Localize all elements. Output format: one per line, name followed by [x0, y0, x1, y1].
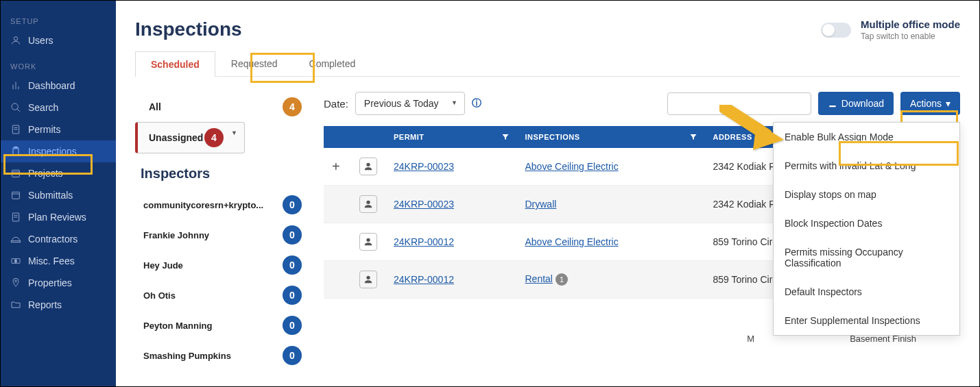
folder-icon — [10, 299, 21, 310]
svg-point-27 — [366, 276, 370, 279]
inspector-avatar[interactable] — [359, 233, 377, 251]
hardhat-icon — [10, 234, 21, 245]
sidebar-item-label: Submittals — [28, 190, 73, 201]
sidebar-item-plan-reviews[interactable]: Plan Reviews — [1, 206, 116, 228]
filter-icon[interactable] — [501, 133, 510, 142]
actions-button[interactable]: Actions ▾ — [900, 92, 960, 115]
actions-menu-item[interactable]: Permits with invalid Lat & Long — [774, 151, 959, 180]
inspection-link[interactable]: Above Ceiling Electric — [525, 161, 618, 172]
inspector-name: Oh Otis — [143, 290, 283, 301]
sidebar-item-search[interactable]: Search — [1, 97, 116, 118]
inspector-name: Peyton Manning — [143, 321, 283, 331]
svg-point-4 — [12, 103, 18, 110]
sidebar-item-label: Plan Reviews — [28, 212, 86, 223]
filter-icon[interactable] — [689, 133, 697, 142]
filter-all[interactable]: All 4 — [135, 92, 310, 122]
filter-pane: All 4 Unassigned 4 Inspectors communityc… — [135, 92, 310, 371]
chart-icon — [10, 80, 21, 91]
filter-unassigned-label: Unassigned — [149, 132, 204, 143]
inspector-row[interactable]: Peyton Manning0 — [135, 310, 310, 340]
sidebar-item-reports[interactable]: Reports — [1, 294, 116, 316]
doc-icon — [10, 212, 21, 223]
sidebar-item-properties[interactable]: Properties — [1, 272, 116, 294]
sidebar-item-users[interactable]: Users — [1, 29, 116, 51]
col-permit[interactable]: PERMIT — [385, 126, 516, 148]
tabs: ScheduledRequestedCompleted — [135, 51, 960, 77]
inspector-row[interactable]: Hey Jude0 — [135, 250, 310, 280]
svg-point-26 — [366, 238, 370, 242]
sidebar-item-inspections[interactable]: Inspections — [1, 140, 116, 162]
sidebar-item-projects[interactable]: Projects — [1, 162, 116, 184]
actions-menu-item[interactable]: Enter Supplemental Inspections — [774, 306, 959, 335]
permit-link[interactable]: 24KRP-00023 — [394, 199, 454, 210]
actions-menu-item[interactable]: Block Inspection Dates — [774, 209, 959, 238]
mom-toggle[interactable] — [821, 23, 851, 38]
inspector-avatar[interactable] — [359, 271, 377, 288]
sidebar-item-label: Contractors — [28, 234, 77, 245]
svg-rect-13 — [12, 192, 20, 199]
clipboard-icon — [10, 146, 21, 157]
permit-link[interactable]: 24KRP-00012 — [394, 236, 454, 247]
filter-unassigned[interactable]: Unassigned 4 — [135, 122, 245, 153]
results-pane: Date: Previous & Today ⓘ Download — [324, 92, 960, 371]
inspector-count: 0 — [283, 225, 302, 245]
date-label: Date: — [324, 98, 348, 110]
inspector-count: 0 — [283, 195, 302, 214]
sidebar-item-label: Users — [28, 35, 53, 46]
sidebar-item-submittals[interactable]: Submittals — [1, 184, 116, 206]
inspector-name: Frankie Johnny — [143, 230, 283, 240]
actions-menu-item[interactable]: Display stops on map — [774, 180, 959, 209]
actions-menu-item[interactable]: Default Inspectors — [774, 277, 959, 306]
col-inspections[interactable]: INSPECTIONS — [516, 126, 704, 148]
sidebar-item-label: Search — [28, 102, 58, 113]
filter-unassigned-count: 4 — [204, 128, 224, 147]
inspector-row[interactable]: Frankie Johnny0 — [135, 220, 310, 250]
sidebar-item-permits[interactable]: Permits — [1, 118, 116, 140]
download-button[interactable]: Download — [818, 92, 894, 115]
tab-requested[interactable]: Requested — [215, 51, 294, 76]
inspection-link[interactable]: Above Ceiling Electric — [525, 236, 618, 247]
sidebar-item-misc-fees[interactable]: $Misc. Fees — [1, 250, 116, 272]
inspector-avatar[interactable] — [359, 195, 377, 213]
page-title: Inspections — [135, 18, 242, 40]
sidebar-section-work: WORK — [1, 58, 116, 75]
count-badge: 1 — [555, 273, 568, 286]
tab-scheduled[interactable]: Scheduled — [135, 51, 215, 77]
tab-completed[interactable]: Completed — [294, 51, 372, 76]
doc-icon — [10, 124, 21, 135]
sidebar-item-label: Permits — [28, 124, 60, 135]
sidebar-item-contractors[interactable]: Contractors — [1, 228, 116, 250]
inspector-count: 0 — [283, 316, 302, 335]
inspector-name: Hey Jude — [143, 260, 283, 271]
inspectors-heading: Inspectors — [141, 166, 310, 182]
inspector-avatar[interactable] — [359, 158, 377, 175]
inspection-link[interactable]: Drywall — [525, 199, 556, 210]
sidebar-item-label: Properties — [28, 277, 72, 288]
inspector-name: communitycoresrn+krypto... — [143, 200, 283, 210]
inspector-count: 0 — [283, 286, 302, 305]
search-input[interactable] — [667, 92, 811, 115]
svg-line-5 — [17, 109, 20, 112]
expand-icon[interactable]: + — [332, 159, 340, 174]
mom-subtitle: Tap switch to enable — [861, 32, 935, 41]
date-select[interactable]: Previous & Today — [355, 92, 465, 115]
user-icon — [10, 35, 21, 46]
multiple-office-mode: Multiple office mode Tap switch to enabl… — [821, 18, 960, 41]
actions-menu-item[interactable]: Enable Bulk Assign Mode — [774, 123, 959, 151]
chevron-down-icon: ▾ — [946, 98, 951, 109]
inspection-link[interactable]: Rental — [525, 273, 552, 284]
inspector-count: 0 — [283, 346, 302, 365]
permit-link[interactable]: 24KRP-00012 — [394, 274, 454, 285]
info-icon[interactable]: ⓘ — [472, 97, 481, 110]
peek-text-1: M — [747, 334, 754, 344]
inspector-row[interactable]: communitycoresrn+krypto...0 — [135, 190, 310, 220]
permit-link[interactable]: 24KRP-00023 — [394, 161, 454, 172]
sidebar-item-label: Reports — [28, 299, 62, 310]
actions-dropdown: Enable Bulk Assign ModePermits with inva… — [773, 122, 960, 336]
sidebar-item-dashboard[interactable]: Dashboard — [1, 75, 116, 97]
filter-all-label: All — [149, 101, 283, 112]
inspector-row[interactable]: Smashing Pumpkins0 — [135, 340, 310, 371]
dollar-icon: $ — [10, 255, 21, 266]
actions-menu-item[interactable]: Permits missing Occupancy Classification — [774, 238, 959, 277]
inspector-row[interactable]: Oh Otis0 — [135, 280, 310, 310]
